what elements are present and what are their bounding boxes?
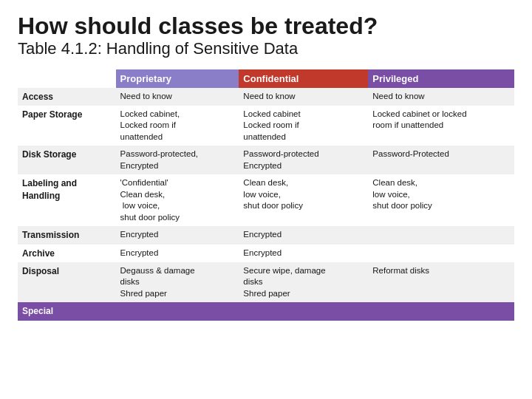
row-label: Paper Storage [18, 106, 116, 146]
cell-privileged [368, 245, 514, 262]
cell-proprietary [116, 302, 239, 320]
table-row: ArchiveEncryptedEncrypted [18, 245, 514, 262]
cell-proprietary: Locked cabinet, Locked room if unattende… [116, 106, 239, 146]
title-block: How should classes be treated? Table 4.1… [18, 13, 514, 59]
cell-proprietary: 'Confidential' Clean desk, low voice, sh… [116, 174, 239, 226]
col-header-privileged: Privileged [368, 69, 514, 88]
cell-confidential: Clean desk, low voice, shut door policy [239, 174, 368, 226]
row-label: Archive [18, 245, 116, 262]
cell-confidential: Encrypted [239, 245, 368, 262]
table-row: Disk StoragePassword-protected, Encrypte… [18, 146, 514, 174]
cell-confidential: Secure wipe, damage disks Shred paper [239, 262, 368, 303]
cell-privileged [368, 302, 514, 320]
table-row: Paper StorageLocked cabinet, Locked room… [18, 106, 514, 146]
row-label: Disk Storage [18, 146, 116, 174]
cell-proprietary: Need to know [116, 88, 239, 106]
cell-confidential [239, 302, 368, 320]
cell-proprietary: Encrypted [116, 245, 239, 262]
col-header-confidential: Confidential [239, 69, 368, 88]
row-label: Special [18, 302, 116, 320]
table-row: TransmissionEncryptedEncrypted [18, 226, 514, 244]
page: How should classes be treated? Table 4.1… [0, 0, 532, 399]
row-label: Access [18, 88, 116, 106]
cell-privileged: Clean desk, low voice, shut door policy [368, 174, 514, 226]
cell-privileged: Locked cabinet or locked room if unatten… [368, 106, 514, 146]
data-table: Proprietary Confidential Privileged Acce… [18, 69, 514, 321]
cell-privileged: Need to know [368, 88, 514, 106]
row-label: Labeling and Handling [18, 174, 116, 226]
main-title: How should classes be treated? [18, 13, 514, 39]
table-row: Labeling and Handling'Confidential' Clea… [18, 174, 514, 226]
cell-proprietary: Encrypted [116, 226, 239, 244]
col-header-proprietary: Proprietary [116, 69, 239, 88]
cell-confidential: Locked cabinet Locked room if unattended [239, 106, 368, 146]
cell-proprietary: Password-protected, Encrypted [116, 146, 239, 174]
cell-confidential: Need to know [239, 88, 368, 106]
cell-confidential: Encrypted [239, 226, 368, 244]
cell-proprietary: Degauss & damage disks Shred paper [116, 262, 239, 303]
cell-privileged: Password-Protected [368, 146, 514, 174]
table-row: DisposalDegauss & damage disks Shred pap… [18, 262, 514, 303]
table-row: AccessNeed to knowNeed to knowNeed to kn… [18, 88, 514, 106]
cell-privileged [368, 226, 514, 244]
row-label: Disposal [18, 262, 116, 303]
row-label: Transmission [18, 226, 116, 244]
cell-confidential: Password-protected Encrypted [239, 146, 368, 174]
col-header-row [18, 69, 116, 88]
sub-title: Table 4.1.2: Handling of Sensitive Data [18, 39, 514, 58]
table-row: Special [18, 302, 514, 320]
cell-privileged: Reformat disks [368, 262, 514, 303]
